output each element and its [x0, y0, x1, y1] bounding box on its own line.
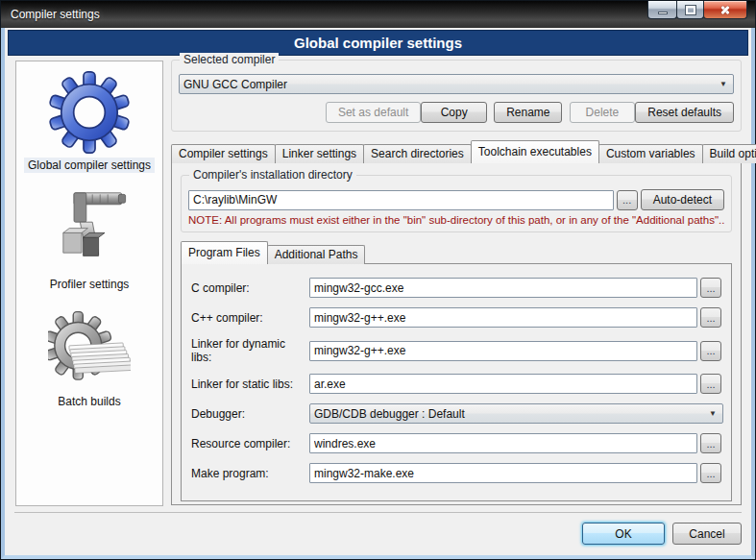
field-label: C++ compiler:: [189, 311, 306, 325]
field-row-resource-compiler: Resource compiler: ...: [189, 433, 723, 453]
resource-compiler-input[interactable]: [309, 433, 697, 453]
cpp-compiler-input[interactable]: [309, 307, 697, 328]
compiler-select-value: GNU GCC Compiler: [183, 78, 718, 91]
installation-directory-row: ... Auto-detect: [188, 189, 724, 210]
sidebar-item-label: Batch builds: [54, 394, 124, 409]
field-label: Debugger:: [189, 407, 306, 421]
gray-gear-papers-icon: [48, 307, 131, 390]
chevron-down-icon: ▼: [707, 409, 719, 418]
minimize-icon: [658, 12, 668, 14]
caliper-icon: [51, 188, 128, 273]
browse-make-program-button[interactable]: ...: [700, 463, 721, 483]
debugger-select[interactable]: GDB/CDB debugger : Default ▼: [309, 403, 723, 424]
dialog-body: Global compiler settings: [1, 28, 755, 559]
sidebar-item-batch-builds[interactable]: Batch builds: [48, 307, 131, 409]
installation-directory-group: Compiler's installation directory ... Au…: [181, 175, 732, 232]
browse-resource-compiler-button[interactable]: ...: [700, 433, 721, 453]
browse-linker-static-button[interactable]: ...: [700, 374, 721, 394]
tab-compiler-settings[interactable]: Compiler settings: [171, 144, 276, 163]
settings-tabstrip: Compiler settings Linker settings Search…: [171, 140, 742, 163]
make-program-input[interactable]: [309, 463, 697, 483]
settings-sidebar: Global compiler settings: [15, 61, 163, 506]
field-label: Make program:: [189, 467, 306, 480]
browse-install-path-button[interactable]: ...: [617, 190, 638, 210]
tab-search-directories[interactable]: Search directories: [363, 144, 472, 163]
auto-detect-button[interactable]: Auto-detect: [641, 189, 724, 210]
linker-dynamic-input[interactable]: [309, 341, 697, 361]
chevron-down-icon: ▼: [718, 80, 729, 88]
field-row-c-compiler: C compiler: ...: [189, 278, 723, 298]
field-label: C compiler:: [189, 281, 306, 295]
reset-defaults-button[interactable]: Reset defaults: [635, 102, 734, 123]
field-row-cpp-compiler: C++ compiler: ...: [189, 307, 723, 328]
toolchain-executables-panel: Compiler's installation directory ... Au…: [171, 162, 742, 505]
titlebar[interactable]: Compiler settings: [1, 1, 755, 28]
selected-compiler-legend: Selected compiler: [180, 53, 279, 66]
field-label: Linker for static libs:: [189, 377, 306, 391]
blue-gear-icon: [48, 71, 131, 154]
sidebar-item-profiler-settings[interactable]: Profiler settings: [46, 188, 134, 292]
tab-custom-variables[interactable]: Custom variables: [598, 144, 703, 163]
field-row-debugger: Debugger: GDB/CDB debugger : Default ▼: [189, 403, 723, 424]
tab-build-options[interactable]: Build options: [702, 144, 756, 163]
field-row-linker-static: Linker for static libs: ...: [189, 374, 723, 394]
minimize-button[interactable]: [647, 1, 677, 19]
rename-button[interactable]: Rename: [494, 102, 562, 123]
install-note-text: NOTE: All programs must exist either in …: [188, 214, 724, 226]
sidebar-item-label: Profiler settings: [46, 277, 134, 292]
delete-button[interactable]: Delete: [570, 102, 636, 123]
maximize-button[interactable]: [676, 1, 704, 19]
tab-toolchain-executables[interactable]: Toolchain executables: [471, 140, 599, 163]
window-controls: [648, 1, 747, 19]
linker-static-input[interactable]: [309, 374, 697, 394]
browse-linker-dynamic-button[interactable]: ...: [700, 341, 721, 361]
program-subtabs: Program Files Additional Paths: [181, 243, 732, 264]
c-compiler-input[interactable]: [309, 278, 697, 298]
field-label: Resource compiler:: [189, 437, 306, 450]
installation-directory-legend: Compiler's installation directory: [189, 168, 356, 182]
copy-button[interactable]: Copy: [421, 102, 487, 123]
tab-linker-settings[interactable]: Linker settings: [275, 144, 364, 163]
subtab-program-files[interactable]: Program Files: [181, 241, 268, 264]
field-row-linker-dynamic: Linker for dynamic libs: ...: [189, 337, 723, 364]
browse-cpp-compiler-button[interactable]: ...: [700, 307, 721, 328]
field-row-make-program: Make program: ...: [189, 463, 723, 483]
compiler-buttons-row: Set as default Copy Rename Delete Reset …: [179, 102, 734, 123]
page-title: Global compiler settings: [8, 30, 748, 56]
footer-divider: [14, 512, 742, 513]
window-title: Compiler settings: [11, 8, 100, 21]
compiler-select[interactable]: GNU GCC Compiler ▼: [179, 74, 734, 94]
debugger-select-value: GDB/CDB debugger : Default: [314, 407, 707, 421]
ok-button[interactable]: OK: [582, 523, 665, 545]
sidebar-item-label: Global compiler settings: [24, 158, 155, 173]
close-button[interactable]: [703, 1, 747, 19]
compiler-settings-window: Compiler settings Global compiler settin…: [0, 0, 756, 560]
sidebar-item-global-compiler-settings[interactable]: Global compiler settings: [24, 71, 155, 173]
cancel-button[interactable]: Cancel: [672, 523, 742, 545]
maximize-icon: [686, 6, 695, 14]
browse-c-compiler-button[interactable]: ...: [700, 278, 721, 298]
field-label: Linker for dynamic libs:: [189, 337, 306, 364]
set-as-default-button[interactable]: Set as default: [326, 102, 421, 123]
selected-compiler-group: Selected compiler GNU GCC Compiler ▼ Set…: [171, 60, 742, 132]
install-path-input[interactable]: [188, 190, 614, 210]
footer-buttons: OK Cancel: [582, 523, 742, 545]
main-panel: Selected compiler GNU GCC Compiler ▼ Set…: [171, 60, 742, 505]
program-files-panel: C compiler: ... C++ compiler: ... Linker…: [181, 263, 732, 501]
close-icon: [719, 4, 731, 15]
subtab-additional-paths[interactable]: Additional Paths: [267, 245, 366, 264]
